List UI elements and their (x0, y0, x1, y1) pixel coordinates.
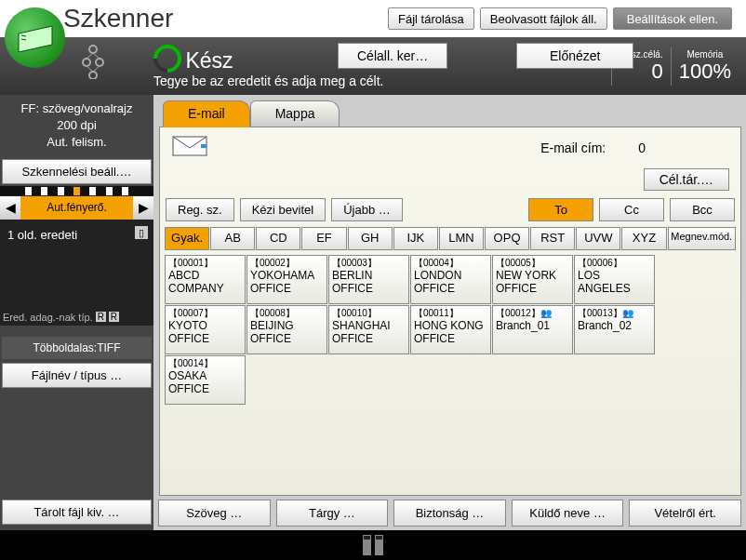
svg-point-0 (89, 46, 97, 53)
search-dest-button[interactable]: Célall. ker… (338, 43, 447, 69)
address-entry[interactable]: 【00001】ABCD COMPANY (165, 255, 246, 304)
ready-spinner-icon (148, 38, 187, 77)
tab-folder[interactable]: Mappa (250, 100, 340, 127)
text-button[interactable]: Szöveg … (158, 500, 271, 527)
bcc-button[interactable]: Bcc (670, 198, 735, 221)
tab-email[interactable]: E-mail (163, 100, 250, 127)
right-panel: E-mail Mappa E-mail cím: 0 Cél.tár.… (153, 95, 746, 530)
toner-icon-1 (363, 535, 371, 555)
save-file-button[interactable]: Fájl tárolása (388, 7, 474, 30)
address-entry[interactable]: 【00007】KYOTO OFFICE (165, 305, 246, 354)
alpha-filter-lmn[interactable]: LMN (439, 227, 484, 250)
alpha-filter-uvw[interactable]: UVW (576, 227, 620, 250)
alpha-filter-megnevmód[interactable]: Megnev.mód. (668, 227, 736, 250)
r-icon: R (96, 312, 106, 322)
sender-button[interactable]: Küldő neve … (512, 500, 624, 527)
filename-type-button[interactable]: Fájlnév / típus … (2, 363, 152, 388)
cc-button[interactable]: Cc (599, 198, 664, 221)
alpha-filter-xyz[interactable]: XYZ (621, 227, 666, 250)
original-preview[interactable]: 1 old. eredeti ▯ (0, 220, 153, 309)
svg-point-1 (83, 59, 90, 66)
address-entry[interactable]: 【00004】LONDON OFFICE (410, 255, 491, 304)
subject-button[interactable]: Tárgy … (276, 500, 389, 527)
receipt-notify-button[interactable]: Vételről ért. (629, 500, 741, 527)
svg-line-7 (93, 66, 100, 72)
svg-line-4 (87, 53, 93, 59)
alpha-filter-ef[interactable]: EF (301, 227, 346, 250)
svg-rect-9 (201, 144, 206, 148)
check-settings-button[interactable]: Beállítások ellen. (613, 7, 732, 30)
page-indicator-icon: ▯ (135, 226, 148, 239)
address-entry[interactable]: 【00005】NEW YORK OFFICE (492, 255, 573, 304)
scanned-files-button[interactable]: Beolvasott fájlok áll. (480, 7, 607, 30)
app-title: Szkenner (63, 4, 173, 33)
status-instruction: Tegye be az eredetit és adja meg a célt. (153, 73, 383, 88)
scan-settings-button[interactable]: Szkennelési beáll.… (2, 159, 152, 184)
alpha-filter-gh[interactable]: GH (348, 227, 393, 250)
alpha-filter-rst[interactable]: RST (530, 227, 575, 250)
alpha-filter-cd[interactable]: CD (256, 227, 300, 250)
new-button[interactable]: Újabb … (331, 198, 403, 221)
alpha-filter-ijk[interactable]: IJK (393, 227, 438, 250)
address-entry[interactable]: 【00010】SHANGHAI OFFICE (328, 305, 409, 354)
alpha-filter-opq[interactable]: OPQ (485, 227, 529, 250)
manual-entry-button[interactable]: Kézi bevitel (240, 198, 326, 221)
preview-button[interactable]: Előnézet (516, 43, 633, 69)
mail-icon (171, 135, 208, 161)
svg-line-6 (87, 66, 93, 72)
address-entry[interactable]: 【00008】BEIJING OFFICE (246, 305, 327, 354)
svg-point-3 (89, 72, 97, 79)
dest-list-button[interactable]: Cél.tár.… (644, 168, 729, 191)
density-indicator (0, 186, 153, 195)
address-entry[interactable]: 【00014】OSAKA OFFICE (165, 355, 246, 405)
scanner-icon (5, 7, 65, 68)
r-icon-2: R (109, 312, 119, 322)
status-ready: Kész (185, 48, 233, 73)
to-button[interactable]: To (528, 198, 593, 221)
title-bar: Szkenner Fájl tárolása Beolvasott fájlok… (0, 0, 746, 37)
toner-icon-2 (375, 535, 383, 555)
scan-mode-info[interactable]: FF: szöveg/vonalrajz 200 dpi Aut. felism… (0, 95, 153, 157)
density-right-button[interactable]: ▶ (133, 196, 153, 220)
multipage-tiff-info: Többoldalas:TIFF (2, 337, 152, 359)
footer-bar (0, 530, 746, 560)
address-entry[interactable]: 【00013】👥Branch_02 (574, 305, 655, 354)
email-address-label: E-mail cím: (540, 140, 606, 155)
svg-point-2 (96, 59, 103, 66)
address-entry[interactable]: 【00012】👥Branch_01 (492, 305, 573, 354)
svg-line-5 (93, 53, 100, 59)
memory-block: Memória 100% (671, 47, 739, 86)
left-panel: FF: szöveg/vonalrajz 200 dpi Aut. felism… (0, 95, 153, 530)
auto-density-button[interactable]: Aut.fényerő. (20, 196, 133, 220)
density-left-button[interactable]: ◀ (0, 196, 20, 220)
reg-no-button[interactable]: Reg. sz. (166, 198, 234, 221)
status-bar: Kész Tegye be az eredetit és adja meg a … (0, 37, 746, 95)
security-button[interactable]: Biztonság … (393, 500, 506, 527)
stored-file-button[interactable]: Tárolt fájl kiv. … (2, 500, 152, 525)
address-entry[interactable]: 【00011】HONG KONG OFFICE (410, 305, 491, 354)
email-address-value: 0 (638, 140, 646, 155)
dots-icon (79, 42, 107, 83)
alpha-filter-gyak[interactable]: Gyak. (165, 227, 209, 250)
address-entry[interactable]: 【00002】YOKOHAMA OFFICE (246, 255, 327, 304)
original-feed-type[interactable]: Ered. adag.-nak típ. R R (0, 309, 153, 326)
alpha-filter-ab[interactable]: AB (210, 227, 255, 250)
address-entry[interactable]: 【00006】LOS ANGELES (574, 255, 655, 304)
address-entry[interactable]: 【00003】BERLIN OFFICE (328, 255, 409, 304)
